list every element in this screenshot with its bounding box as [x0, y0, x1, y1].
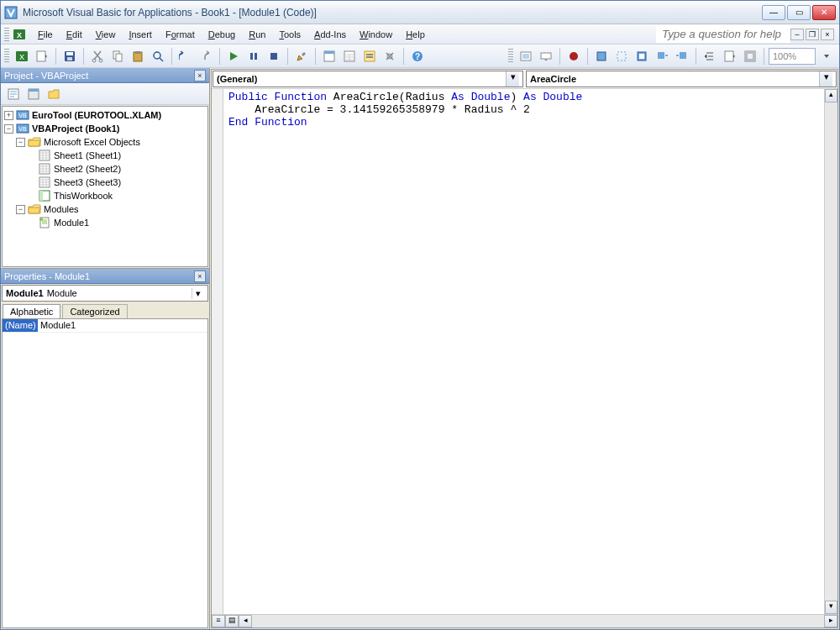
tree-node-sheet1[interactable]: Sheet1 (Sheet1): [4, 149, 206, 162]
horizontal-scrollbar[interactable]: ≡ ▤ ◂ ▸: [212, 614, 837, 627]
tree-node-sheet3[interactable]: Sheet3 (Sheet3): [4, 176, 206, 189]
list-members-button[interactable]: [517, 47, 535, 66]
next-bookmark-button[interactable]: [653, 47, 671, 66]
collapse-icon[interactable]: −: [16, 138, 25, 147]
scroll-up-icon[interactable]: ▴: [825, 89, 837, 102]
vertical-scrollbar[interactable]: ▴ ▾: [824, 89, 837, 614]
outdent-dropdown-button[interactable]: [721, 47, 739, 66]
zoom-combo[interactable]: 100%: [769, 48, 816, 65]
help-button[interactable]: ?: [408, 47, 427, 66]
full-module-view-button[interactable]: ▤: [225, 615, 239, 627]
properties-pane: Properties - Module1 × Module1 Module ▾ …: [1, 268, 209, 629]
tree-node-thisworkbook[interactable]: ThisWorkbook: [4, 189, 206, 202]
design-mode-button[interactable]: [292, 47, 311, 66]
tree-node-module1[interactable]: Module1: [4, 216, 206, 229]
tab-categorized[interactable]: Categorized: [62, 304, 127, 318]
mdi-restore[interactable]: ❐: [806, 29, 819, 40]
uncomment-block-button[interactable]: [612, 47, 631, 66]
object-combo[interactable]: (General) ▾: [213, 71, 523, 87]
minimize-button[interactable]: —: [762, 5, 785, 20]
help-search-input[interactable]: [656, 25, 790, 43]
property-value[interactable]: Module1: [38, 319, 207, 332]
code-margin[interactable]: [212, 89, 223, 614]
find-button[interactable]: [149, 47, 167, 66]
project-pane-header: Project - VBAProject ×: [1, 68, 209, 83]
tab-alphabetic[interactable]: Alphabetic: [3, 304, 60, 318]
zoom-dropdown-button[interactable]: [817, 47, 836, 66]
menu-addins[interactable]: Add-Ins: [307, 27, 353, 42]
insert-dropdown-button[interactable]: [33, 47, 51, 66]
menu-file[interactable]: File: [31, 27, 60, 42]
indent-button[interactable]: [701, 47, 719, 66]
procedure-view-button[interactable]: ≡: [212, 615, 225, 627]
prev-bookmark-button[interactable]: [673, 47, 691, 66]
toggle-breakpoint-button[interactable]: [564, 47, 583, 66]
close-button[interactable]: ✕: [812, 5, 836, 20]
view-object-button[interactable]: [24, 85, 43, 103]
tree-node-excel-objects[interactable]: − Microsoft Excel Objects: [4, 135, 206, 149]
scroll-down-icon[interactable]: ▾: [825, 601, 837, 614]
excel-icon[interactable]: X: [13, 28, 26, 41]
svg-rect-31: [597, 52, 606, 60]
copy-button[interactable]: [108, 47, 127, 66]
paste-button[interactable]: [129, 47, 147, 66]
expand-icon[interactable]: +: [4, 111, 13, 120]
save-button[interactable]: [60, 47, 79, 66]
tree-node-eurotool[interactable]: + VB EuroTool (EUROTOOL.XLAM): [4, 108, 206, 122]
run-button[interactable]: [224, 47, 243, 66]
menu-insert[interactable]: Insert: [122, 27, 159, 42]
dropdown-icon[interactable]: ▾: [506, 71, 519, 87]
procedure-combo[interactable]: AreaCircle ▾: [526, 71, 837, 87]
menu-window[interactable]: Window: [353, 27, 399, 42]
scroll-track[interactable]: [252, 615, 824, 627]
view-code-button[interactable]: [4, 85, 23, 103]
tree-label: Module1: [54, 218, 89, 228]
property-row[interactable]: (Name) Module1: [3, 319, 207, 333]
menu-help[interactable]: Help: [399, 27, 432, 42]
tree-node-modules[interactable]: − Modules: [4, 202, 206, 216]
outdent-button[interactable]: [741, 47, 759, 66]
scroll-left-icon[interactable]: ◂: [239, 615, 252, 627]
property-name: (Name): [3, 319, 38, 332]
project-pane-close[interactable]: ×: [194, 70, 206, 81]
tree-node-vbaproject[interactable]: − VB VBAProject (Book1): [4, 122, 206, 135]
reset-button[interactable]: [265, 47, 283, 66]
properties-pane-close[interactable]: ×: [194, 270, 206, 282]
tree-node-sheet2[interactable]: Sheet2 (Sheet2): [4, 162, 206, 176]
svg-rect-34: [658, 52, 664, 59]
mdi-minimize[interactable]: –: [790, 29, 804, 40]
dropdown-icon[interactable]: ▾: [192, 288, 204, 299]
project-tree[interactable]: + VB EuroTool (EUROTOOL.XLAM) − VB VBAPr…: [2, 106, 208, 267]
properties-window-button[interactable]: [340, 47, 359, 66]
maximize-button[interactable]: ▭: [787, 5, 811, 20]
menu-debug[interactable]: Debug: [202, 27, 242, 42]
properties-grid[interactable]: (Name) Module1: [2, 318, 208, 628]
undo-button[interactable]: [176, 47, 195, 66]
redo-button[interactable]: [197, 47, 215, 66]
toolbox-button[interactable]: [381, 47, 399, 66]
dropdown-icon[interactable]: ▾: [819, 71, 832, 87]
collapse-icon[interactable]: −: [16, 205, 25, 214]
properties-object-combo[interactable]: Module1 Module ▾: [2, 285, 208, 302]
code-editor[interactable]: Public Function AreaCircle(Radius As Dou…: [223, 89, 824, 614]
menu-format[interactable]: Format: [159, 27, 202, 42]
bookmark-button[interactable]: [633, 47, 651, 66]
cut-button[interactable]: [88, 47, 107, 66]
quick-info-button[interactable]: [537, 47, 555, 66]
object-combo-value: (General): [217, 74, 257, 84]
comment-block-button[interactable]: [592, 47, 611, 66]
object-browser-button[interactable]: [360, 47, 379, 66]
project-explorer-button[interactable]: [320, 47, 339, 66]
view-excel-button[interactable]: X: [13, 47, 31, 66]
menu-run[interactable]: Run: [242, 27, 272, 42]
svg-rect-35: [680, 52, 686, 59]
menu-edit[interactable]: Edit: [60, 27, 89, 42]
tree-label: EuroTool (EUROTOOL.XLAM): [32, 110, 161, 120]
mdi-close[interactable]: ×: [821, 29, 834, 40]
menu-view[interactable]: View: [89, 27, 123, 42]
toggle-folders-button[interactable]: [45, 85, 63, 103]
break-button[interactable]: [244, 47, 263, 66]
collapse-icon[interactable]: −: [4, 124, 13, 134]
scroll-right-icon[interactable]: ▸: [824, 615, 837, 627]
menu-tools[interactable]: Tools: [272, 27, 307, 42]
